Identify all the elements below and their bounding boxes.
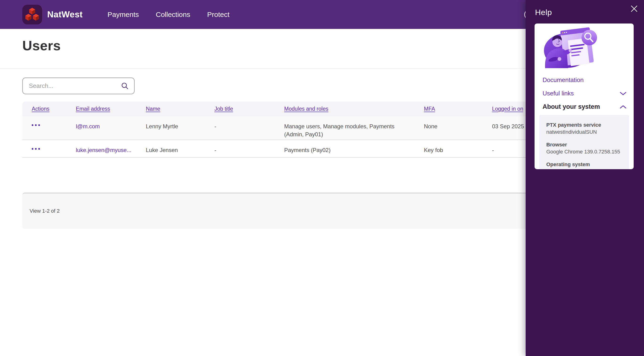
chevron-down-icon <box>620 91 626 96</box>
search-icon[interactable] <box>121 82 129 90</box>
about-item-os: Operating system macOS 15 15.5.0 <box>546 161 624 169</box>
about-item-service: PTX payments service natwestIndividualSU… <box>546 122 624 136</box>
mfa-cell: None <box>414 116 483 140</box>
modules-cell: Payments (Pay02) <box>275 140 414 157</box>
name-cell: Luke Jensen <box>136 140 205 157</box>
natwest-logo-icon[interactable] <box>22 5 42 25</box>
close-icon[interactable] <box>630 4 639 14</box>
job-title-cell: - <box>205 140 275 157</box>
modules-cell: Manage users, Manage modules, Payments (… <box>275 116 414 140</box>
row-actions-button[interactable] <box>32 146 40 150</box>
mfa-cell: Key fob <box>414 140 483 157</box>
app-root: NatWest Payments Collections Protect Use… <box>0 0 644 356</box>
help-card: Documentation Useful links About your sy… <box>534 24 634 169</box>
nav-item-payments[interactable]: Payments <box>108 11 139 19</box>
email-link[interactable]: l@m.com <box>76 123 100 130</box>
email-link[interactable]: luke.jensen@myuse... <box>76 147 131 153</box>
ellipsis-icon <box>32 148 33 150</box>
ellipsis-icon <box>32 124 33 126</box>
column-header-job-title[interactable]: Job title <box>214 106 233 112</box>
nav-item-protect[interactable]: Protect <box>207 11 230 19</box>
column-header-actions[interactable]: Actions <box>32 106 49 112</box>
useful-links-toggle[interactable]: Useful links <box>534 87 634 100</box>
chevron-up-icon <box>620 105 626 109</box>
help-panel-title: Help <box>535 8 552 17</box>
help-illustration <box>534 27 598 68</box>
nav-item-collections[interactable]: Collections <box>156 11 190 19</box>
name-cell: Lenny Myrtle <box>136 116 205 140</box>
help-links: Documentation Useful links About your sy… <box>534 73 634 114</box>
brand-name: NatWest <box>47 10 83 20</box>
about-your-system-toggle[interactable]: About your system <box>534 100 634 114</box>
column-header-name[interactable]: Name <box>146 106 160 112</box>
search-box <box>22 78 134 94</box>
about-item-browser: Browser Google Chrome 139.0.7258.155 <box>546 141 624 155</box>
about-system-panel: PTX payments service natwestIndividualSU… <box>539 115 629 169</box>
main-nav: Payments Collections Protect <box>108 11 230 19</box>
results-summary: View 1-2 of 2 <box>30 208 60 214</box>
column-header-modules[interactable]: Modules and roles <box>284 106 328 112</box>
column-header-email[interactable]: Email address <box>76 106 110 112</box>
search-input[interactable] <box>23 82 121 90</box>
column-header-logged-in[interactable]: Logged in on <box>492 106 523 112</box>
column-header-mfa[interactable]: MFA <box>424 106 435 112</box>
job-title-cell: - <box>205 116 275 140</box>
documentation-link[interactable]: Documentation <box>534 73 634 87</box>
page-title: Users <box>22 38 61 53</box>
row-actions-button[interactable] <box>32 122 40 126</box>
help-panel: Help <box>526 0 644 356</box>
